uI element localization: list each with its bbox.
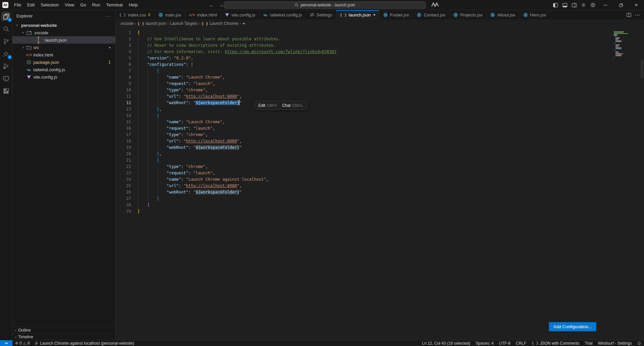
tab-tailwind-config-js[interactable]: tailwind.config.js (259, 10, 306, 19)
code-line[interactable]: 27 } (116, 196, 644, 202)
minimize-button[interactable]: — (598, 0, 613, 10)
breadcrumb-item[interactable]: .vscode (120, 21, 133, 26)
code-editor[interactable]: 1{2 // Use IntelliSense to learn about p… (116, 28, 644, 340)
tree-item-index-html[interactable]: </>index.html (12, 51, 115, 58)
code-line[interactable]: 17 "type": "chrome", (116, 132, 644, 138)
code-line[interactable]: 21 { (116, 157, 644, 164)
code-line[interactable]: 23 "request": "launch", (116, 170, 644, 176)
menu-edit[interactable]: Edit (24, 0, 38, 10)
status-crlf[interactable]: CRLF (513, 340, 529, 346)
activity-run-debug[interactable] (1, 61, 11, 71)
tree-item-src[interactable]: ›src● (12, 44, 115, 51)
activity-explorer[interactable]: 1 (1, 12, 11, 21)
explorer-more-actions-icon[interactable]: ··· (106, 13, 111, 18)
nav-back-icon[interactable]: ← (209, 2, 214, 8)
tab-About-jsx[interactable]: About.jsx (486, 10, 519, 19)
code-line[interactable]: 24 "name": "Launch Chrome against localh… (116, 176, 644, 183)
status-json-with-comments[interactable]: { }JSON with Comments (529, 340, 582, 346)
menu-selection[interactable]: Selection (38, 0, 61, 10)
status-spaces-4[interactable]: Spaces: 4 (473, 340, 496, 346)
code-line[interactable]: 11 "url": "http://localhost:8080", (116, 93, 644, 100)
tab-index-html[interactable]: </>index.html (185, 10, 221, 19)
toggle-panel-icon[interactable] (560, 0, 569, 10)
menu-file[interactable]: File (11, 0, 24, 10)
tab-Settings[interactable]: Settings (306, 10, 336, 19)
breadcrumb-item[interactable]: ✦ (242, 21, 245, 26)
tree-item-vite-config-js[interactable]: vite.config.js (12, 73, 115, 81)
code-line[interactable]: 16 "request": "launch", (116, 125, 644, 132)
toggle-secondary-sidebar-icon[interactable] (569, 0, 579, 10)
activity-source-control[interactable] (1, 37, 11, 46)
toggle-sidebar-icon[interactable] (551, 0, 560, 10)
breadcrumb-item[interactable]: Launch Targets (170, 21, 198, 26)
split-editor-icon[interactable] (627, 13, 631, 17)
code-line[interactable]: 26 "webRoot": "${workspaceFolder}" (116, 189, 644, 196)
status-windsurf-settings[interactable]: Windsurf - Settings (595, 340, 635, 346)
code-line[interactable]: 28 ] (116, 202, 644, 208)
menu-terminal[interactable]: Terminal (103, 0, 126, 10)
tab-main-jsx[interactable]: main.jsx (155, 10, 185, 19)
code-line[interactable]: 29} (116, 208, 644, 215)
tab-index-css[interactable]: { }index.css8 (116, 10, 155, 19)
menu-help[interactable]: Help (126, 0, 141, 10)
tab-Hero-jsx[interactable]: Hero.jsx (519, 10, 550, 19)
code-line[interactable]: 1{ (116, 30, 644, 36)
restore-button[interactable] (613, 0, 629, 10)
code-line[interactable]: 12 "webRoot": "${workspaceFolder}" (116, 100, 644, 106)
debug-launch-status[interactable]: Launch Chrome against localhost (persona… (32, 340, 137, 346)
status-ln-12-col-43-18-selected-[interactable]: Ln 12, Col 43 (18 selected) (419, 340, 473, 346)
activity-search[interactable] (1, 24, 11, 34)
edit-tooltip-button[interactable]: EditCtrl+I (258, 103, 277, 108)
status-trial[interactable]: Trial (582, 340, 595, 346)
breadcrumb-item[interactable]: { }launch.json (137, 21, 166, 26)
menu-view[interactable]: View (62, 0, 77, 10)
code-line[interactable]: 14 { (116, 113, 644, 119)
activity-cascade[interactable]: 1 (1, 49, 11, 58)
activity-remote[interactable] (1, 74, 11, 83)
outline-section[interactable]: › Outline (12, 327, 115, 333)
code-line[interactable]: 3 // Hover to view descriptions of exist… (116, 42, 644, 49)
code-line[interactable]: 2 // Use IntelliSense to learn about pos… (116, 36, 644, 42)
activity-extensions[interactable] (1, 86, 11, 96)
breadcrumb-item[interactable]: { }Launch Chrome (202, 21, 238, 26)
settings-gear-icon[interactable] (579, 0, 588, 10)
tree-item-tailwind-config-js[interactable]: tailwind.config.js (12, 66, 115, 73)
tab-Contact-jsx[interactable]: Contact.jsx (413, 10, 449, 19)
problems-status[interactable]: ⊘ 0 △ 9 (12, 340, 32, 346)
code-line[interactable]: 25 "url": "http://localhost:8080", (116, 183, 644, 189)
code-line[interactable]: 10 "type": "chrome", (116, 87, 644, 93)
timeline-section[interactable]: › Timeline (12, 333, 115, 340)
command-center-search[interactable]: personal-website - launch.json (224, 1, 426, 9)
menu-run[interactable]: Run (89, 0, 103, 10)
close-button[interactable]: ✕ (629, 0, 644, 10)
tree-item-package-json[interactable]: package.json1 (12, 58, 115, 66)
remote-indicator[interactable]: >< (0, 340, 12, 346)
tree-item--vscode[interactable]: ›.vscode (12, 29, 115, 36)
code-line[interactable]: 7 { (116, 68, 644, 74)
code-line[interactable]: 20 }, (116, 151, 644, 157)
editor-more-actions-icon[interactable]: ⋯ (635, 12, 640, 18)
code-line[interactable]: 9 "request": "launch", (116, 81, 644, 87)
account-icon[interactable] (588, 0, 598, 10)
add-configuration-button[interactable]: Add Configuration... (549, 322, 596, 331)
code-line[interactable]: 18 "url": "http://localhost:8080", (116, 138, 644, 144)
menu-go[interactable]: Go (77, 0, 89, 10)
code-line[interactable]: 8 "name": "Launch Chrome", (116, 74, 644, 81)
editor-scrollbar[interactable] (641, 60, 643, 79)
tab-Footer-jsx[interactable]: Footer.jsx (379, 10, 413, 19)
tab-launch-json[interactable]: { }launch.json● (336, 10, 379, 19)
code-line[interactable]: 15 "name": "Launch Chrome", (116, 119, 644, 125)
code-line[interactable]: 19 "webRoot": "${workspaceFolder}" (116, 144, 644, 151)
tree-item-launch-json[interactable]: { }launch.json (12, 36, 115, 44)
chat-tooltip-button[interactable]: ChatCtrl+L (282, 103, 303, 108)
tab-vite-config-js[interactable]: vite.config.js (221, 10, 260, 19)
code-line[interactable]: 13 }, (116, 106, 644, 113)
minimap[interactable] (613, 30, 639, 59)
tab-Projects-jsx[interactable]: Projects.jsx (449, 10, 486, 19)
code-line[interactable]: 22 "type": "chrome", (116, 164, 644, 170)
nav-forward-icon[interactable]: → (219, 2, 224, 8)
notifications-bell-icon[interactable] (635, 340, 644, 346)
code-line[interactable]: 6 "configurations": [ (116, 61, 644, 68)
status-utf-8[interactable]: UTF-8 (496, 340, 513, 346)
tree-item-personal-website[interactable]: ›personal-website (12, 21, 115, 29)
